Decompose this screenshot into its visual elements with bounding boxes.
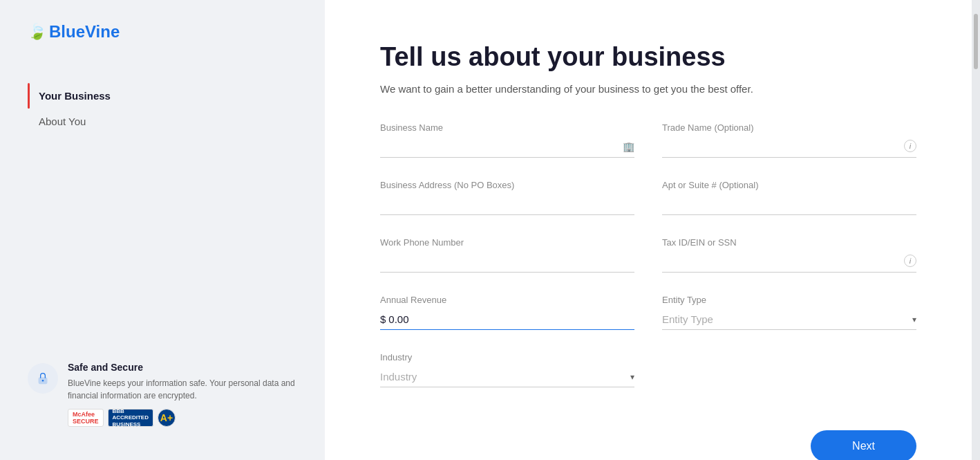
- entity-type-group: Entity Type Entity Type LLC Corporation …: [662, 295, 916, 330]
- form-actions: Next: [380, 423, 916, 460]
- nav-items: Your Business About You: [28, 83, 297, 351]
- logo-text: BlueVine: [49, 22, 120, 42]
- sidebar: 🍃 BlueVine Your Business About You Safe …: [0, 0, 325, 460]
- annual-revenue-group: Annual Revenue $: [380, 295, 634, 330]
- business-name-input[interactable]: [380, 137, 634, 158]
- annual-revenue-input[interactable]: [388, 313, 634, 325]
- tax-id-group: Tax ID/EIN or SSN i: [662, 237, 916, 273]
- currency-prefix: $: [380, 313, 386, 325]
- entity-type-select[interactable]: Entity Type LLC Corporation Sole Proprie…: [662, 309, 916, 330]
- sidebar-label-your-business: Your Business: [39, 90, 111, 102]
- industry-select-wrapper: Industry Technology Retail Healthcare Fi…: [380, 367, 634, 387]
- lock-icon-circle: [28, 363, 58, 394]
- logo-icon: 🍃: [28, 23, 46, 41]
- trade-name-input[interactable]: [662, 137, 916, 158]
- page-subtitle: We want to gain a better understanding o…: [380, 83, 916, 95]
- entity-type-label: Entity Type: [662, 295, 916, 305]
- sidebar-item-about-you[interactable]: About You: [28, 109, 297, 134]
- lock-icon: [36, 371, 50, 385]
- business-address-group: Business Address (No PO Boxes): [380, 180, 634, 215]
- sidebar-item-your-business[interactable]: Your Business: [28, 83, 297, 109]
- main-content: Tell us about your business We want to g…: [325, 0, 972, 460]
- work-phone-label: Work Phone Number: [380, 237, 634, 248]
- security-badges: McAfeeSECURE BBBACCREDITEDBUSINESS A+: [68, 409, 297, 427]
- next-button[interactable]: Next: [811, 430, 916, 460]
- bbb-badge: BBBACCREDITEDBUSINESS: [108, 409, 153, 427]
- industry-select[interactable]: Industry Technology Retail Healthcare Fi…: [380, 367, 634, 387]
- business-address-input[interactable]: [380, 194, 634, 215]
- sidebar-label-about-you: About You: [39, 116, 86, 127]
- info-icon-tax[interactable]: i: [904, 255, 916, 267]
- apt-suite-input[interactable]: [662, 194, 916, 215]
- trade-name-label: Trade Name (Optional): [662, 122, 916, 133]
- security-description: BlueVine keeps your information safe. Yo…: [68, 377, 297, 402]
- business-form: Business Name 🏢 Trade Name (Optional) i …: [380, 122, 916, 410]
- annual-revenue-input-wrapper: $: [380, 309, 634, 330]
- page-title: Tell us about your business: [380, 42, 916, 73]
- work-phone-input[interactable]: [380, 252, 634, 273]
- security-title: Safe and Secure: [68, 362, 297, 373]
- info-icon-trade[interactable]: i: [904, 140, 916, 152]
- svg-point-1: [42, 380, 44, 382]
- empty-grid-cell: [662, 352, 916, 410]
- business-address-label: Business Address (No PO Boxes): [380, 180, 634, 190]
- scrollbar-thumb[interactable]: [974, 14, 978, 69]
- annual-revenue-label: Annual Revenue: [380, 295, 634, 305]
- tax-id-input[interactable]: [662, 252, 916, 273]
- trade-name-group: Trade Name (Optional) i: [662, 122, 916, 158]
- security-content: Safe and Secure BlueVine keeps your info…: [68, 362, 297, 427]
- scrollbar-track[interactable]: [972, 0, 980, 460]
- logo: 🍃 BlueVine: [28, 22, 297, 42]
- apt-suite-label: Apt or Suite # (Optional): [662, 180, 916, 190]
- building-icon: 🏢: [623, 141, 634, 152]
- business-name-label: Business Name: [380, 122, 634, 133]
- industry-group: Industry Industry Technology Retail Heal…: [380, 352, 634, 387]
- security-section: Safe and Secure BlueVine keeps your info…: [28, 351, 297, 438]
- tax-id-label: Tax ID/EIN or SSN: [662, 237, 916, 248]
- industry-label: Industry: [380, 352, 634, 362]
- business-name-group: Business Name 🏢: [380, 122, 634, 158]
- aplus-badge: A+: [158, 409, 176, 427]
- entity-type-select-wrapper: Entity Type LLC Corporation Sole Proprie…: [662, 309, 916, 330]
- apt-suite-group: Apt or Suite # (Optional): [662, 180, 916, 215]
- mcafee-badge: McAfeeSECURE: [68, 409, 104, 427]
- work-phone-group: Work Phone Number: [380, 237, 634, 273]
